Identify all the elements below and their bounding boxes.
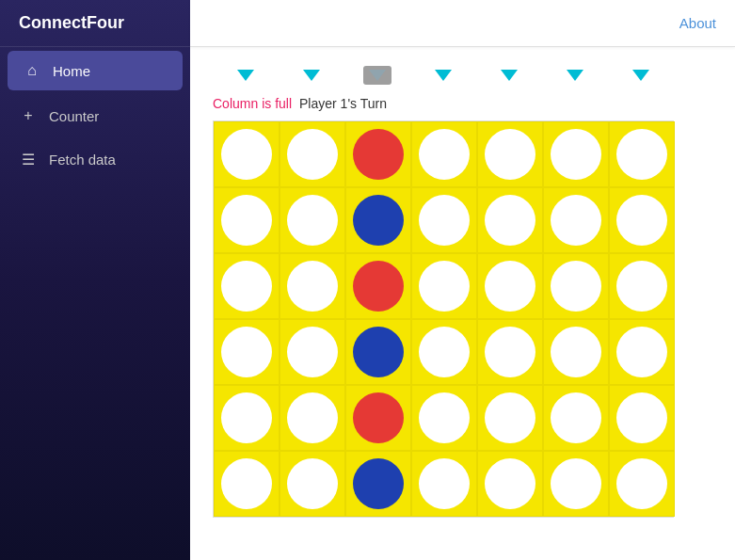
disc-4-6 [616, 392, 667, 443]
cell-1-6[interactable] [609, 187, 675, 253]
disc-4-4 [485, 392, 535, 443]
cell-2-4[interactable] [477, 253, 543, 319]
sidebar-item-counter[interactable]: + Counter [0, 94, 190, 137]
sidebar-item-home[interactable]: ⌂ Home [8, 51, 183, 90]
drop-arrow-col-6[interactable] [608, 66, 674, 85]
cell-3-3[interactable] [411, 319, 477, 385]
disc-1-0 [221, 195, 272, 246]
topbar: About [190, 0, 735, 47]
disc-4-3 [419, 392, 470, 443]
cell-3-2[interactable] [345, 319, 411, 385]
disc-2-6 [616, 261, 667, 312]
cell-3-6[interactable] [609, 319, 675, 385]
disc-3-3 [419, 327, 470, 377]
cell-3-5[interactable] [543, 319, 609, 385]
disc-3-4 [485, 327, 535, 377]
cell-0-5[interactable] [543, 121, 609, 187]
disc-5-4 [485, 458, 535, 509]
cell-4-6[interactable] [609, 385, 675, 451]
player-turn-message: Player 1's Turn [299, 96, 387, 111]
cell-3-1[interactable] [280, 319, 345, 385]
cell-0-4[interactable] [477, 121, 543, 187]
cell-4-4[interactable] [477, 385, 543, 451]
drop-arrow-col-4[interactable] [476, 66, 542, 85]
cell-3-4[interactable] [477, 319, 543, 385]
cell-2-2[interactable] [345, 253, 411, 319]
cell-5-2[interactable] [345, 451, 411, 517]
cell-0-2[interactable] [345, 121, 411, 187]
cell-4-1[interactable] [280, 385, 345, 451]
list-icon: ☰ [19, 151, 38, 168]
disc-5-1 [287, 458, 338, 509]
cell-1-0[interactable] [214, 187, 280, 253]
cell-1-1[interactable] [280, 187, 345, 253]
disc-0-1 [287, 129, 338, 180]
cell-5-6[interactable] [609, 451, 675, 517]
cell-1-4[interactable] [477, 187, 543, 253]
cell-1-2[interactable] [345, 187, 411, 253]
cell-4-2[interactable] [345, 385, 411, 451]
disc-0-3 [419, 129, 470, 180]
disc-0-0 [221, 129, 272, 180]
cell-5-4[interactable] [477, 451, 543, 517]
disc-4-1 [287, 392, 338, 443]
disc-2-5 [551, 261, 601, 312]
disc-0-6 [616, 129, 667, 180]
disc-3-6 [616, 327, 667, 377]
cell-3-0[interactable] [214, 319, 280, 385]
drop-arrow-col-3[interactable] [410, 66, 476, 85]
disc-5-6 [616, 458, 667, 509]
disc-0-4 [485, 129, 535, 180]
home-icon: ⌂ [23, 62, 41, 79]
disc-1-4 [485, 195, 535, 246]
cell-4-3[interactable] [411, 385, 477, 451]
cell-1-5[interactable] [543, 187, 609, 253]
disc-2-2 [353, 261, 404, 312]
disc-1-6 [616, 195, 667, 246]
cell-5-5[interactable] [543, 451, 609, 517]
drop-arrows-row [213, 62, 712, 88]
cell-2-3[interactable] [411, 253, 477, 319]
content-area: Column is full Player 1's Turn [190, 47, 735, 560]
about-link[interactable]: About [679, 15, 716, 31]
disc-1-3 [419, 195, 470, 246]
sidebar-item-fetch-label: Fetch data [49, 152, 116, 168]
cell-4-0[interactable] [214, 385, 280, 451]
disc-1-1 [287, 195, 338, 246]
column-full-message: Column is full [213, 96, 292, 111]
disc-3-5 [551, 327, 601, 377]
cell-0-6[interactable] [609, 121, 675, 187]
cell-0-3[interactable] [411, 121, 477, 187]
cell-5-1[interactable] [280, 451, 345, 517]
drop-arrow-col-5[interactable] [542, 66, 608, 85]
disc-2-1 [287, 261, 338, 312]
cell-1-3[interactable] [411, 187, 477, 253]
disc-3-0 [221, 327, 272, 377]
sidebar-item-fetch[interactable]: ☰ Fetch data [0, 137, 190, 182]
disc-5-3 [419, 458, 470, 509]
disc-5-0 [221, 458, 272, 509]
disc-2-0 [221, 261, 272, 312]
drop-arrow-col-1[interactable] [279, 66, 344, 85]
disc-3-2 [353, 327, 404, 377]
cell-5-0[interactable] [214, 451, 280, 517]
disc-0-5 [551, 129, 601, 180]
cell-2-0[interactable] [214, 253, 280, 319]
disc-5-5 [551, 458, 601, 509]
cell-2-1[interactable] [280, 253, 345, 319]
game-board [213, 120, 674, 518]
plus-icon: + [19, 107, 38, 124]
cell-5-3[interactable] [411, 451, 477, 517]
drop-arrow-col-0[interactable] [213, 66, 279, 85]
drop-arrow-col-2[interactable] [344, 62, 410, 88]
status-row: Column is full Player 1's Turn [213, 96, 712, 111]
disc-5-2 [353, 458, 404, 509]
cell-0-1[interactable] [280, 121, 345, 187]
disc-0-2 [353, 129, 404, 180]
cell-4-5[interactable] [543, 385, 609, 451]
app-title: ConnectFour [0, 0, 190, 47]
sidebar: ConnectFour ⌂ Home + Counter ☰ Fetch dat… [0, 0, 190, 560]
cell-2-6[interactable] [609, 253, 675, 319]
cell-2-5[interactable] [543, 253, 609, 319]
cell-0-0[interactable] [214, 121, 280, 187]
